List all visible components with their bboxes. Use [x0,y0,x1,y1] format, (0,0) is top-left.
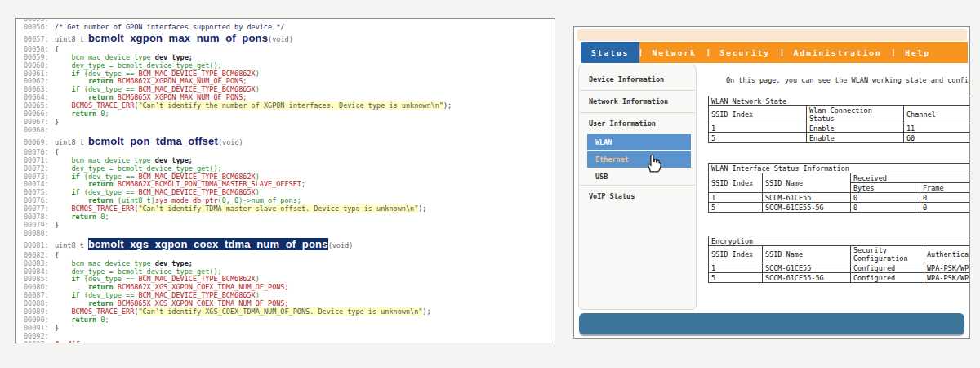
code-token: dev_type; [155,156,193,164]
code-token: } [55,324,59,332]
table-row: 1SCCM-61CE55ConfiguredWPA-PSK/WPA2-PSK [709,263,971,273]
code-token[interactable]: BCM6862X_XGPON_MAX_NUM_OF_PONS; [118,77,247,85]
function-name[interactable]: bcmolt_xgs_xgpon_coex_tdma_num_of_pons [88,238,328,250]
code-token: "Can't identify XGS_COEX_TDMA_NUM_OF_PON… [138,307,422,316]
function-name[interactable]: bcmolt_pon_tdma_offset [88,135,218,147]
code-viewer-panel: 00055:00056:/* Get number of GPON interf… [15,18,555,343]
code-token[interactable]: BCMOS_TRACE_ERR [71,307,134,316]
code-token: (void) [218,138,243,146]
code-line: 00067:} [24,119,555,127]
table-cell: 1 [709,263,763,273]
code-line: 00069:uint8_t bcmolt_pon_tdma_offset(voi… [24,135,555,149]
table-row: 1Enable11 [709,123,971,133]
function-name[interactable]: bcmolt_xgpon_max_num_of_pons [88,32,268,44]
code-token[interactable]: sys_mode_db_ptr [155,196,218,204]
code-token: (dev_type == [80,173,139,181]
code-token[interactable]: BCM_MAC_DEVICE_TYPE_BCM6865X [138,85,255,93]
code-token[interactable]: BCM_MAC_DEVICE_TYPE_BCM6865X [138,188,255,196]
tab-status[interactable]: Status [581,42,639,63]
code-token[interactable]: BCM_MAC_DEVICE_TYPE_BCM6862X [138,173,255,181]
code-token[interactable]: BCMOS_TRACE_ERR [71,204,134,213]
tab-administration[interactable]: Administration [783,42,893,63]
code-token: return [55,299,114,307]
code-token: (0, 0)->num_of_pons; [218,196,301,204]
code-token[interactable]: BCM6865X_XGPON_MAX_NUM_OF_PONS; [118,93,247,101]
column-header: SSID Index [709,106,807,123]
code-token: (dev_type == [80,188,139,196]
code-token[interactable]: BCM6865X_XGS_XGPON_COEX_TDMA_NUM_OF_PONS… [118,299,289,307]
sidebar-item-voip-status[interactable]: VoIP Status [579,186,696,207]
table-cell: Configured [851,273,924,283]
code-token: (dev_type == [80,70,139,78]
code-line: 00081:uint8_t bcmolt_xgs_xgpon_coex_tdma… [24,238,555,252]
column-header: Bytes [851,183,920,193]
code-token: ); [443,101,452,110]
sidebar-item-device-information[interactable]: Device Information [579,69,696,90]
table-cell: WPA-PSK/WPA2-PSK [924,263,971,273]
table-wlan-interface-status-information: WLAN Interface Status InformationSSID In… [708,163,970,213]
code-line: 00079:} [24,222,555,230]
code-token: dev_type = bcmolt_device_type_get(); [55,267,222,276]
code-token[interactable]: BCM6862X_XGS_XGPON_COEX_TDMA_NUM_OF_PONS… [118,283,289,291]
table-cell: 1 [709,193,763,203]
code-token: return [55,110,96,118]
table-cell: 0 [851,193,920,203]
code-token: if [55,85,80,93]
line-number[interactable]: 00072: [24,165,55,173]
code-token: 0; [96,213,109,221]
sidebar-item-ethernet[interactable]: Ethernet [587,151,691,168]
code-token: if [55,275,80,283]
line-number[interactable]: 00069: [24,137,55,149]
line-number[interactable]: 00093: [24,341,55,343]
line-number[interactable]: 00081: [24,240,55,252]
intro-text: On this page, you can see the WLAN worki… [708,76,970,84]
table-cell: 5 [709,203,763,213]
code-line: 00080: [24,230,555,238]
code-token: { [55,251,59,259]
table-title: WLAN Interface Status Information [709,164,971,173]
code-token: ) [256,291,260,299]
line-number[interactable]: 00068: [24,127,55,135]
tab-security[interactable]: Security [709,42,781,63]
code-token [55,204,71,213]
table-row: 1SCCM-61CE5500 [709,193,971,203]
code-token[interactable]: BCMOS_TRACE_ERR [71,101,134,110]
tab-network[interactable]: Network [642,42,707,63]
sidebar-item-user-information[interactable]: User Information [579,113,696,134]
code-token: (uint8_t) [114,196,155,204]
code-token: if [55,291,80,299]
code-token: { [55,45,59,53]
code-token[interactable]: BCM6862X_BCMOLT_PON_TDMA_MASTER_SLAVE_OF… [118,180,305,188]
table-row: 5Enable60 [709,133,971,143]
code-token[interactable]: BCM_MAC_DEVICE_TYPE_BCM6862X [138,70,255,78]
code-token: "Can't identify TDMA master-slave offset… [138,204,418,213]
code-line: 00068: [24,127,555,135]
line-number[interactable]: 00080: [24,230,55,238]
code-token: ) [256,173,260,181]
sidebar-item-wlan[interactable]: WLAN [587,134,691,150]
table-row: 5SCCM-61CE55-5G00 [709,203,971,213]
table-cell: 5 [709,273,763,283]
code-token: uint8_t [55,138,88,146]
code-line: 00056:/* Get number of GPON interfaces s… [24,24,555,32]
code-token: return [55,93,114,101]
line-number[interactable]: 00056: [24,24,55,32]
code-token: dev_type; [155,259,193,267]
code-token: 0; [96,110,109,118]
code-token: dev_type; [155,53,193,61]
code-token[interactable]: BCM_MAC_DEVICE_TYPE_BCM6862X [138,275,255,283]
code-lines: 00055:00056:/* Get number of GPON interf… [16,18,555,343]
mouse-cursor-icon [644,152,665,173]
code-token: uint8_t [55,35,88,43]
code-token: "Can't identify the number of XGPON inte… [138,101,443,110]
code-token: /* Get number of GPON interfaces support… [55,23,284,31]
line-number[interactable]: 00057: [24,34,55,46]
code-token: } [55,118,59,126]
sidebar-item-network-information[interactable]: Network Information [579,91,696,112]
sidebar-item-usb[interactable]: USB [579,168,696,185]
nav-tabs: Status|Network|Security|Administration|H… [581,42,968,63]
tab-help[interactable]: Help [894,42,941,63]
table-cell: 0 [920,203,971,213]
code-token[interactable]: BCM_MAC_DEVICE_TYPE_BCM6865X [138,291,255,299]
column-header: Wlan Connection Status [807,106,904,123]
